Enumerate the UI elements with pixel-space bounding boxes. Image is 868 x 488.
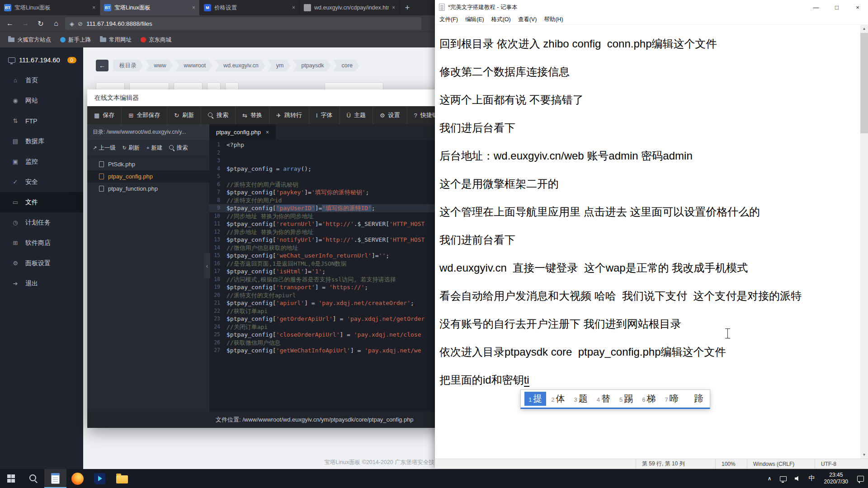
ime-candidate[interactable]: 7啼 (660, 392, 682, 406)
editor-toolbar-button[interactable]: Ü主题 (340, 106, 373, 124)
message-badge[interactable]: 0 (67, 57, 76, 63)
sidebar-item[interactable]: ✓安全 (0, 172, 83, 192)
menu-item[interactable]: 帮助(H) (540, 16, 566, 23)
browser-tab[interactable]: BT宝塔Linux面板× (0, 0, 100, 15)
bookmark-item[interactable]: 京东商城 (137, 34, 175, 46)
editor-toolbar-button[interactable]: ✈跳转行 (269, 106, 309, 124)
browser-tab[interactable]: M价格设置× (200, 0, 300, 15)
notepad-titlebar[interactable]: *完美文字搭建教程 - 记事本 — □ × (435, 0, 868, 14)
bookmark-item[interactable]: 常用网址 (96, 34, 135, 46)
file-tree-item[interactable]: ptpay_function.php (87, 183, 209, 195)
close-button[interactable]: × (847, 0, 868, 14)
url-bar[interactable]: ◈ ⊘ 111.67.194.60:8888/files (65, 17, 421, 30)
home-icon[interactable]: ⌂ (50, 17, 62, 30)
menu-item[interactable]: 文件(F) (436, 16, 462, 23)
menu-item[interactable]: 查看(V) (514, 16, 541, 23)
breadcrumb-item[interactable]: ym (268, 60, 291, 71)
breadcrumb-item[interactable]: 根目录 (113, 60, 143, 71)
line-content: $ptpay_config['paykey']='填写你的派特秘钥'; (226, 188, 369, 197)
forward-icon[interactable]: → (19, 17, 32, 30)
taskbar-explorer-button[interactable] (111, 469, 133, 488)
taskbar-media-app-button[interactable] (89, 469, 111, 488)
line-number: 16 (209, 260, 226, 268)
breadcrumb-item[interactable]: ptpaysdk (292, 60, 330, 71)
breadcrumb-item[interactable]: wd.euxgyiv.cn (215, 60, 265, 71)
file-tree-item[interactable]: PtSdk.php (87, 158, 209, 170)
sidebar-item[interactable]: ⌂首页 (0, 70, 83, 90)
line-number: 15 (209, 252, 226, 260)
scroll-up-icon[interactable]: ▲ (860, 25, 868, 33)
collapse-sidebar-handle[interactable]: ‹ (204, 253, 210, 278)
tree-action-button[interactable]: +新建 (146, 144, 162, 152)
ime-candidate[interactable]: 2体 (547, 392, 569, 406)
sidebar-item[interactable]: ➔退出 (0, 273, 83, 294)
tab-close-icon[interactable]: × (92, 5, 95, 11)
new-tab-button[interactable]: + (400, 0, 415, 15)
breadcrumb-item[interactable]: core (333, 60, 359, 71)
editor-toolbar-button[interactable]: ↻刷新 (167, 106, 201, 124)
ime-candidate-extra[interactable]: 蹄 (694, 393, 703, 405)
tab-close-icon[interactable]: × (266, 129, 269, 136)
minimize-button[interactable]: — (806, 0, 826, 14)
action-center-button[interactable] (853, 469, 868, 488)
taskbar-notepad-button[interactable] (44, 469, 66, 488)
tray-expand-button[interactable]: ∧ (764, 469, 776, 488)
breadcrumb-item[interactable]: www (146, 60, 173, 71)
toolbar-button-label: 设置 (388, 111, 400, 119)
ime-candidate[interactable]: 4替 (593, 392, 614, 406)
tab-close-icon[interactable]: × (192, 5, 195, 11)
menu-item[interactable]: 格式(O) (488, 16, 514, 23)
bookmark-item[interactable]: 新手上路 (57, 34, 94, 46)
taskbar-clock[interactable]: 23:45 2020/7/30 (819, 469, 853, 488)
sidebar-item[interactable]: ⚙面板设置 (0, 253, 83, 273)
back-icon[interactable]: ← (4, 17, 16, 30)
menu-item[interactable]: 编辑(E) (462, 16, 488, 23)
ime-candidate[interactable]: 1提 (524, 392, 546, 406)
taskbar-search-button[interactable] (22, 469, 44, 488)
tab-close-icon[interactable]: × (392, 5, 395, 11)
tree-action-label: 新建 (151, 144, 162, 152)
ime-candidate[interactable]: 3题 (570, 392, 591, 406)
sidebar-item[interactable]: ◉网站 (0, 90, 83, 111)
maximize-button[interactable]: □ (826, 0, 847, 14)
scrollbar-thumb[interactable] (860, 33, 868, 133)
taskbar-firefox-button[interactable] (66, 469, 89, 488)
server-info[interactable]: 111.67.194.60 0 (0, 47, 83, 70)
folder-icon (116, 475, 128, 483)
back-directory-button[interactable]: ← (96, 60, 108, 71)
tab-close-icon[interactable]: × (292, 5, 295, 11)
tree-action-button[interactable]: 搜索 (169, 144, 188, 152)
editor-toolbar-button[interactable]: ⇆替换 (236, 106, 269, 124)
browser-tab[interactable]: wd.euxgyiv.cn/cdpay/index.html× (300, 0, 400, 15)
reload-icon[interactable]: ↻ (34, 17, 47, 30)
sidebar-item[interactable]: ▣监控 (0, 151, 83, 172)
ime-indicator[interactable]: 中 (805, 469, 819, 488)
sidebar-item[interactable]: ▤数据库 (0, 131, 83, 151)
display-tray-button[interactable] (776, 469, 791, 488)
browser-tab[interactable]: BT宝塔Linux面板× (100, 0, 200, 15)
file-tree-item[interactable]: ptpay_config.php (87, 170, 209, 183)
editor-toolbar-button[interactable]: ⚙设置 (373, 106, 407, 124)
breadcrumb-item[interactable]: wwwroot (175, 60, 213, 71)
scroll-down-icon[interactable]: ▼ (860, 451, 868, 459)
editor-toolbar-button[interactable]: 搜索 (201, 106, 236, 124)
sidebar-item[interactable]: ⊞软件商店 (0, 233, 83, 253)
ime-candidate[interactable]: 6梯 (638, 392, 660, 406)
scrollbar[interactable]: ▲ ▼ (860, 25, 868, 459)
bookmark-item[interactable]: 火狐官方站点 (5, 34, 55, 46)
sidebar-item[interactable]: ▭文件 (0, 192, 83, 212)
sidebar-item[interactable]: ⇅FTP (0, 111, 83, 131)
volume-tray-button[interactable] (791, 469, 805, 488)
editor-toolbar-button[interactable]: I字体 (309, 106, 340, 124)
start-button[interactable] (0, 469, 22, 488)
editor-tab[interactable]: ptpay_config.php × (209, 124, 276, 140)
sidebar-item[interactable]: ◷计划任务 (0, 212, 83, 233)
line-number: 3 (209, 157, 226, 165)
tree-action-button[interactable]: ↻刷新 (123, 144, 140, 152)
line-content: //微信用户信息获取的地址 (226, 244, 298, 252)
tree-action-button[interactable]: ↗上一级 (93, 144, 116, 152)
editor-toolbar-button[interactable]: ▦保存 (87, 106, 122, 124)
editor-toolbar-button[interactable]: ⊞全部保存 (122, 106, 167, 124)
line-number: 20 (209, 291, 226, 300)
ime-candidate[interactable]: 5踢 (615, 392, 637, 406)
